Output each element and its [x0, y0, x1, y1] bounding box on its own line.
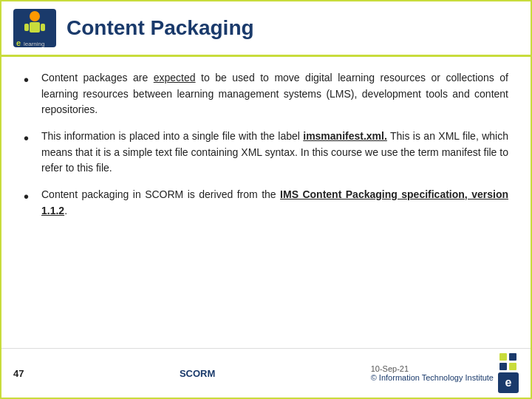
footer-right-text: 10-Sep-21 © Information Technology Insti… [371, 364, 494, 382]
bullet-dot: • [24, 129, 38, 148]
svg-text:e: e [16, 38, 21, 47]
bullet-text-3: Content packaging in SCORM is derived fr… [41, 187, 508, 219]
footer-right: 10-Sep-21 © Information Technology Insti… [371, 353, 519, 393]
page-number: 47 [13, 368, 24, 379]
sq3 [499, 363, 507, 370]
bullet-dot: • [24, 187, 38, 206]
header: e learning Content Packaging [1, 1, 531, 57]
e-logo: e [498, 372, 519, 393]
logo: e learning [13, 9, 56, 47]
svg-rect-5 [35, 33, 39, 40]
logo-svg: e learning [13, 9, 56, 47]
svg-point-0 [30, 11, 40, 21]
footer-icons: e [498, 353, 519, 393]
bullet-list: • Content packages are expected to be us… [24, 70, 508, 230]
sq-row-2 [499, 363, 516, 370]
sq-row-1 [499, 353, 516, 361]
list-item: • This information is placed into a sing… [24, 129, 508, 177]
bullet-text-1: Content packages are expected to be used… [41, 70, 508, 118]
svg-rect-3 [41, 24, 45, 31]
bullet-text-2: This information is placed into a single… [41, 129, 508, 177]
sq1 [499, 353, 507, 361]
footer: 47 SCORM 10-Sep-21 © Information Technol… [1, 348, 531, 398]
footer-org: © Information Technology Institute [371, 373, 494, 382]
svg-rect-1 [30, 22, 40, 33]
page-title: Content Packaging [66, 16, 254, 40]
slide: e learning Content Packaging • Content p… [0, 0, 532, 399]
content-area: • Content packages are expected to be us… [1, 57, 531, 348]
footer-date: 10-Sep-21 [371, 364, 494, 373]
svg-rect-4 [30, 33, 34, 40]
footer-center-text: SCORM [180, 368, 215, 379]
corner-squares [499, 353, 516, 370]
svg-rect-2 [24, 24, 29, 31]
sq2 [509, 353, 516, 361]
svg-text:learning: learning [24, 41, 44, 47]
list-item: • Content packages are expected to be us… [24, 70, 508, 118]
footer-logo: 10-Sep-21 © Information Technology Insti… [371, 353, 519, 393]
bullet-dot: • [24, 70, 38, 89]
sq4 [509, 363, 516, 370]
list-item: • Content packaging in SCORM is derived … [24, 187, 508, 219]
